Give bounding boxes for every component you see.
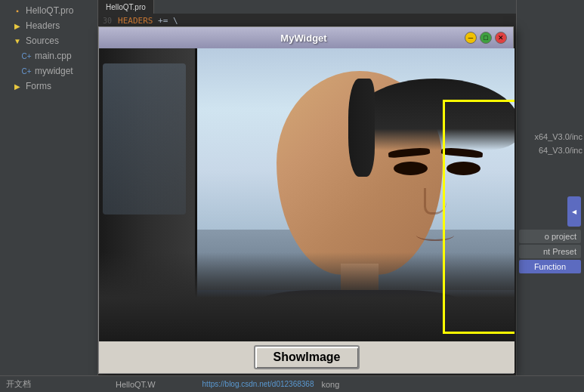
scene (99, 48, 514, 343)
show-image-button[interactable]: ShowImage (254, 345, 360, 369)
widget-title: MyWidget (280, 32, 326, 44)
right-text-1: x64_V3.0/inc (534, 132, 582, 141)
ide-tab-bar: HelloQT.pro (98, 0, 516, 14)
project-label: o project (519, 230, 581, 243)
tree-item-hellqt-pro[interactable]: ▪ HelloQT.pro (0, 3, 97, 18)
tree-item-main-cpp[interactable]: C+ main.cpp (0, 48, 97, 63)
minimize-button[interactable]: ─ (465, 32, 477, 44)
car-window-reflection (103, 63, 186, 215)
cpp-file-icon: C+ (21, 51, 32, 61)
function-button[interactable]: Function (519, 260, 581, 273)
folder-open-icon: ▼ (12, 35, 23, 46)
status-left: 开文档 (6, 378, 31, 390)
face-detection-box (443, 100, 514, 334)
right-panel: x64_V3.0/inc 64_V3.0/inc o project nt Pr… (516, 0, 584, 392)
right-panel-buttons: o project nt Preset Function (518, 228, 582, 275)
widget-titlebar: MyWidget ─ □ ✕ (99, 27, 513, 48)
right-text-2: 64_V3.0/inc (539, 146, 582, 155)
line-number: 30 (103, 17, 112, 25)
status-center: HelloQT.W (116, 380, 165, 389)
status-right: kong (321, 380, 339, 389)
status-bar: 开文档 HelloQT.W https://blog.csdn.net/d012… (0, 375, 584, 392)
ide-active-tab[interactable]: HelloQT.pro (98, 0, 154, 14)
maximize-button[interactable]: □ (480, 32, 492, 44)
cpp-file-icon-2: C+ (21, 66, 32, 76)
right-indicator: ◀ (567, 196, 581, 227)
status-link[interactable]: https://blog.csdn.net/d012368368 (202, 380, 314, 388)
pro-file-icon: ▪ (12, 5, 23, 16)
folder-icon-2: ▶ (12, 81, 23, 91)
status-center-text: HelloQT.W (116, 380, 156, 389)
close-button[interactable]: ✕ (495, 32, 507, 44)
tree-item-sources[interactable]: ▼ Sources (0, 33, 97, 48)
preset-label: nt Preset (519, 245, 581, 258)
tree-item-mywidget[interactable]: C+ mywidget (0, 63, 97, 79)
code-line-area: 30 HEADERS += \ (98, 14, 516, 27)
folder-icon: ▶ (12, 20, 23, 31)
face (277, 71, 443, 275)
window-controls: ─ □ ✕ (465, 32, 507, 44)
hair-left (348, 79, 375, 177)
image-area (99, 48, 514, 343)
eye-left (394, 162, 428, 175)
widget-window: MyWidget ─ □ ✕ (98, 26, 514, 374)
code-text: HEADERS += \ (118, 16, 178, 26)
file-tree: ▪ HelloQT.pro ▶ Headers ▼ Sources C+ mai… (0, 0, 98, 392)
button-area: ShowImage (99, 341, 514, 373)
tree-item-headers[interactable]: ▶ Headers (0, 18, 97, 33)
tree-item-forms[interactable]: ▶ Forms (0, 79, 97, 94)
